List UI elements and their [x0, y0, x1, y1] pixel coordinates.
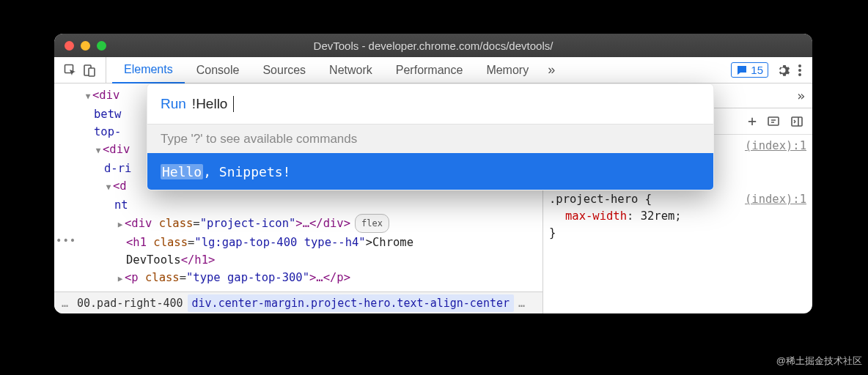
command-result-match: Hello	[161, 164, 203, 179]
command-query: !Hello	[192, 96, 228, 112]
svg-point-3	[798, 64, 801, 67]
issues-badge[interactable]: 15	[731, 62, 768, 78]
settings-icon[interactable]	[776, 63, 790, 78]
breadcrumb-ellipsis-right[interactable]: …	[514, 294, 529, 312]
dom-node[interactable]: <div	[125, 217, 159, 230]
dom-text: nt	[114, 198, 128, 212]
tab-performance[interactable]: Performance	[384, 57, 475, 83]
breadcrumb-item-selected[interactable]: div.center-margin.project-hero.text-alig…	[188, 294, 514, 312]
issues-count: 15	[751, 64, 763, 76]
tab-sources[interactable]: Sources	[251, 57, 317, 83]
dom-node[interactable]: <p	[125, 271, 145, 284]
command-hint: Type '?' to see available commands	[147, 124, 713, 153]
styles-more-tabs-icon[interactable]: »	[797, 87, 805, 104]
tab-elements[interactable]: Elements	[112, 57, 185, 83]
css-selector[interactable]: .project-hero {	[549, 193, 652, 206]
device-toolbar-icon[interactable]	[82, 63, 97, 78]
kebab-menu-icon[interactable]	[798, 63, 802, 78]
command-result-rest: , Snippets!	[203, 164, 290, 179]
command-run-prefix: Run	[161, 96, 186, 112]
dom-text: top-	[94, 125, 121, 138]
source-link[interactable]: (index):1	[745, 191, 806, 208]
inspect-element-icon[interactable]	[63, 63, 78, 78]
breadcrumbs: … 00.pad-right-400 div.center-margin.pro…	[54, 292, 542, 313]
watermark: @稀土掘金技术社区	[776, 354, 862, 368]
gutter-ellipsis-icon[interactable]: •••	[56, 231, 76, 249]
main-toolbar: Elements Console Sources Network Perform…	[54, 57, 812, 83]
tab-network[interactable]: Network	[317, 57, 384, 83]
dom-text: betw	[94, 108, 121, 121]
toolbar-right-controls: 15	[721, 57, 812, 83]
titlebar: DevTools - developer.chrome.com/docs/dev…	[54, 34, 812, 57]
more-tabs-icon[interactable]: »	[540, 57, 562, 83]
toolbar-left-controls	[54, 57, 106, 83]
css-property[interactable]: max-width	[565, 209, 627, 223]
devtools-window: DevTools - developer.chrome.com/docs/dev…	[54, 34, 812, 313]
minimize-window-button[interactable]	[81, 41, 90, 51]
command-result-row[interactable]: Hello, Snippets!	[147, 153, 713, 190]
breadcrumb-ellipsis-left[interactable]: …	[57, 294, 73, 312]
text-cursor	[233, 96, 234, 112]
svg-rect-7	[792, 117, 802, 126]
window-title: DevTools - developer.chrome.com/docs/dev…	[54, 40, 812, 52]
dom-node[interactable]: <d	[113, 179, 127, 193]
source-link[interactable]: (index):1	[745, 138, 806, 155]
panel-tabs: Elements Console Sources Network Perform…	[106, 57, 721, 83]
chat-icon	[736, 64, 748, 76]
svg-point-4	[798, 69, 801, 72]
tab-memory[interactable]: Memory	[474, 57, 540, 83]
command-input[interactable]: Run !Hello	[147, 84, 713, 124]
toggle-sidebar-icon[interactable]	[790, 115, 803, 128]
dom-text: d-ri	[104, 162, 131, 175]
add-rule-icon[interactable]: +	[748, 113, 757, 130]
dom-node[interactable]: <div	[92, 89, 119, 102]
command-menu: Run !Hello Type '?' to see available com…	[147, 83, 714, 190]
svg-rect-2	[89, 68, 95, 76]
tab-console[interactable]: Console	[185, 57, 251, 83]
zoom-window-button[interactable]	[97, 41, 106, 51]
traffic-lights	[65, 41, 106, 51]
close-window-button[interactable]	[65, 41, 74, 51]
filter-icon[interactable]	[767, 115, 780, 128]
dom-node[interactable]: <h1	[126, 236, 153, 249]
breadcrumb-item[interactable]: 00.pad-right-400	[73, 294, 188, 312]
dom-node[interactable]: <div	[103, 143, 130, 156]
svg-rect-6	[768, 117, 779, 125]
flex-badge[interactable]: flex	[355, 214, 389, 233]
svg-point-5	[798, 73, 801, 76]
